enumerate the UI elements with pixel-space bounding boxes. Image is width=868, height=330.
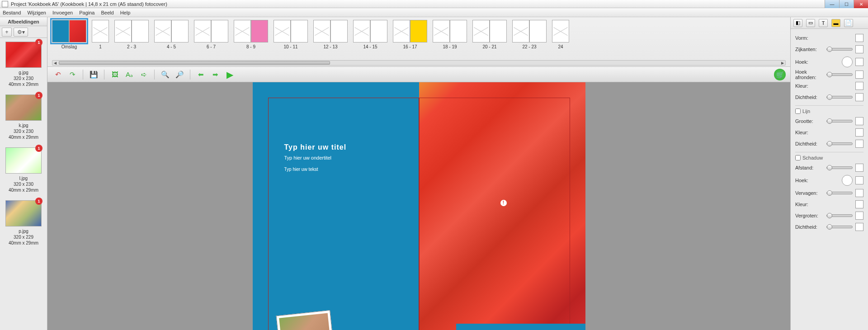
next-page-button[interactable]: ➡ — [209, 69, 221, 80]
prop-schaduw-hoek-value[interactable] — [855, 176, 863, 184]
page-thumb-Omslag[interactable]: Omslag — [52, 20, 86, 49]
prop-vervagen-label: Vervagen: — [795, 190, 826, 196]
page-thumb-2-3[interactable]: 2 - 3 — [114, 20, 149, 49]
prop-lijn-dichtheid-slider[interactable] — [826, 142, 853, 145]
order-cart-button[interactable]: 🛒 — [774, 69, 786, 80]
maximize-button[interactable]: ☐ — [839, 0, 854, 8]
prop-zijkanten-value[interactable] — [855, 45, 863, 53]
prop-dichtheid-value[interactable] — [855, 93, 863, 101]
prop-lijn-dichtheid-value[interactable] — [855, 140, 863, 148]
image-caption: g.jpg320 x 23040mm x 29mm — [2, 70, 45, 87]
image-options-button[interactable]: ⚙▾ — [14, 28, 28, 37]
prop-hoek-dial[interactable] — [842, 57, 853, 67]
prop-afstand-value[interactable] — [855, 164, 863, 172]
minimize-button[interactable]: — — [825, 0, 839, 8]
zoom-out-button[interactable]: 🔍 — [159, 69, 171, 80]
close-button[interactable]: ✕ — [854, 0, 868, 8]
menu-invoegen[interactable]: Invoegen — [52, 10, 73, 15]
image-thumb[interactable] — [5, 147, 42, 174]
canvas-area[interactable]: Typ hier uw titel Typ hier uw ondertitel… — [47, 82, 790, 330]
image-item-0[interactable]: 1g.jpg320 x 23040mm x 29mm — [2, 42, 45, 87]
page-thumb-10-11[interactable]: 10 - 11 — [274, 20, 308, 49]
prop-schaduw-kleur-value[interactable] — [855, 200, 863, 208]
menu-wijzigen[interactable]: Wijzigen — [27, 10, 46, 15]
prop-vervagen-value[interactable] — [855, 189, 863, 197]
prop-lijn-checkbox[interactable]: Lijn — [795, 108, 863, 114]
redo-button[interactable]: ↷ — [66, 69, 78, 80]
prev-page-button[interactable]: ⬅ — [195, 69, 207, 80]
prop-afstand-slider[interactable] — [826, 166, 853, 169]
page-thumb-24[interactable]: 24 — [552, 20, 569, 49]
prop-schaduw-dichtheid-value[interactable] — [855, 223, 863, 231]
page-thumb-6-7[interactable]: 6 - 7 — [194, 20, 228, 49]
image-thumb[interactable] — [5, 42, 42, 68]
page-thumb-12-13[interactable]: 12 - 13 — [313, 20, 348, 49]
image-item-3[interactable]: 1p.jpg320 x 22940mm x 29mm — [2, 200, 45, 246]
page-thumb-label: Omslag — [61, 44, 77, 49]
tab-frame[interactable]: ▭ — [806, 19, 815, 27]
image-item-2[interactable]: 1l.jpg320 x 23040mm x 29mm — [2, 147, 45, 193]
prop-schaduw-checkbox[interactable]: Schaduw — [795, 155, 863, 160]
page-thumb-8-9[interactable]: 8 - 9 — [234, 20, 268, 49]
play-preview-button[interactable]: ▶ — [224, 69, 236, 80]
image-thumb[interactable] — [5, 94, 42, 121]
page-thumb-label: 1 — [99, 44, 102, 49]
strip-scrollbar[interactable]: ◀ ▶ — [52, 60, 786, 66]
prop-vorm-value[interactable] — [855, 34, 863, 42]
title-placeholder[interactable]: Typ hier uw titel — [284, 143, 347, 151]
page-thumb-22-23[interactable]: 22 - 23 — [512, 20, 547, 49]
front-cover-page[interactable]: ! Typ hier uw titel Typ hier uw ondertit… — [419, 82, 585, 330]
prop-grootte-slider[interactable] — [826, 120, 853, 123]
page-thumb-18-19[interactable]: 18 - 19 — [433, 20, 467, 49]
page-thumb-20-21[interactable]: 20 - 21 — [472, 20, 507, 49]
front-title-box[interactable]: Typ hier uw titel Typ hier uw ondertitel — [456, 324, 585, 330]
image-thumb[interactable] — [5, 200, 42, 226]
scroll-left-arrow[interactable]: ◀ — [52, 61, 58, 65]
prop-hoekafronden-value[interactable] — [855, 71, 863, 79]
prop-dichtheid-slider[interactable] — [826, 96, 853, 99]
add-image-tool[interactable]: 🖼 — [109, 69, 121, 80]
page-thumb-14-15[interactable]: 14 - 15 — [353, 20, 387, 49]
menu-help[interactable]: Help — [120, 10, 131, 15]
prop-vergroten-slider[interactable] — [826, 214, 853, 217]
polaroid-image[interactable] — [276, 310, 334, 330]
prop-hoek-label: Hoek: — [795, 59, 842, 65]
image-item-1[interactable]: 1k.jpg320 x 23040mm x 29mm — [2, 94, 45, 140]
scroll-right-arrow[interactable]: ▶ — [780, 61, 785, 65]
prop-schaduw-dichtheid-slider[interactable] — [826, 226, 853, 228]
prop-vervagen-slider[interactable] — [826, 192, 853, 194]
save-button[interactable]: 💾 — [88, 69, 99, 80]
zoom-in-button[interactable]: 🔎 — [174, 69, 185, 80]
tab-page[interactable]: 📄 — [844, 19, 853, 27]
properties-panel: ◧ ▭ T ▬ 📄 Vorm: Zijkanten: Hoek: Hoek af… — [790, 17, 868, 330]
subtitle-placeholder[interactable]: Typ hier uw ondertitel — [284, 155, 347, 160]
prop-zijkanten-slider[interactable] — [826, 48, 853, 51]
cover-spread[interactable]: Typ hier uw titel Typ hier uw ondertitel… — [253, 82, 585, 330]
add-image-button[interactable]: + — [2, 28, 12, 37]
page-thumb-1[interactable]: 1 — [92, 20, 109, 49]
prop-grootte-value[interactable] — [855, 117, 863, 125]
tab-effects[interactable]: ▬ — [831, 19, 840, 27]
scroll-handle[interactable] — [59, 61, 330, 65]
menu-beeld[interactable]: Beeld — [101, 10, 113, 15]
menu-pagina[interactable]: Pagina — [79, 10, 94, 15]
page-thumb-4-5[interactable]: 4 - 5 — [154, 20, 189, 49]
tab-shape[interactable]: ◧ — [793, 19, 802, 27]
prop-schaduw-hoek-dial[interactable] — [842, 175, 853, 186]
prop-hoekafronden-slider[interactable] — [826, 73, 853, 76]
back-cover-page[interactable]: Typ hier uw titel Typ hier uw ondertitel… — [253, 82, 419, 330]
prop-schaduw-label: Schaduw — [802, 155, 823, 160]
undo-button[interactable]: ↶ — [52, 69, 64, 80]
prop-lijn-kleur-value[interactable] — [855, 128, 863, 137]
prop-kleur-value[interactable] — [855, 82, 863, 90]
prop-hoek-value[interactable] — [855, 58, 863, 66]
prop-vergroten-label: Vergroten: — [795, 213, 826, 218]
page-thumb-16-17[interactable]: 16 - 17 — [393, 20, 427, 49]
image-caption: p.jpg320 x 22940mm x 29mm — [2, 228, 45, 246]
body-placeholder[interactable]: Typ hier uw tekst — [284, 167, 347, 172]
export-button[interactable]: ➪ — [138, 69, 150, 80]
tab-text[interactable]: T — [819, 19, 828, 27]
prop-vergroten-value[interactable] — [855, 212, 863, 220]
menu-bestand[interactable]: Bestand — [3, 10, 21, 15]
add-text-tool[interactable]: Aₐ — [123, 69, 135, 80]
